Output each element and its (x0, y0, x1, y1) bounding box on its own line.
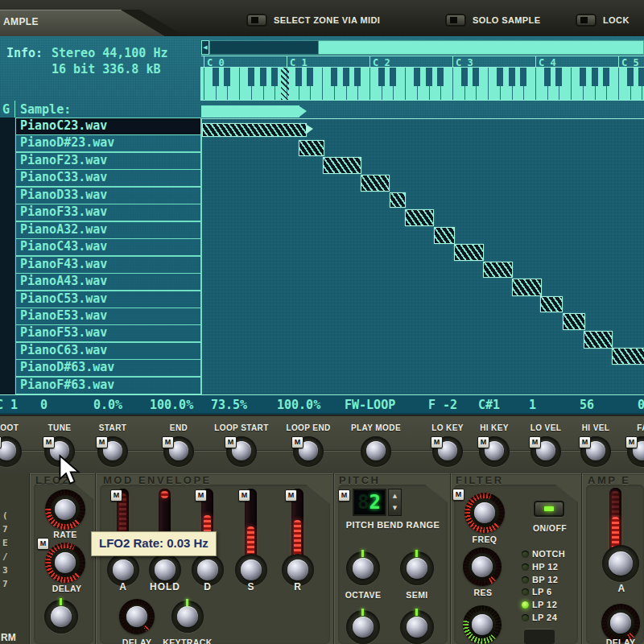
left-edge-glyph: 3 (2, 565, 8, 576)
pitch-semi-knob-cap[interactable] (407, 558, 427, 579)
midi-learn-badge[interactable]: M (162, 436, 174, 448)
midi-learn-badge[interactable]: M (43, 436, 55, 448)
top-led-button[interactable] (445, 14, 466, 27)
zone-bar[interactable] (390, 192, 406, 208)
sample-list-item[interactable]: PianoF33.wav (15, 204, 201, 221)
midi-learn-badge[interactable]: M (477, 436, 489, 448)
zone-scrollbar-thumb[interactable] (209, 40, 319, 55)
midi-learn-badge[interactable]: M (110, 489, 122, 502)
midi-learn-badge[interactable]: M (225, 436, 237, 448)
top-bar: AMPLE SELECT ZONE VIA MIDISOLO SAMPLELOC… (0, 0, 644, 38)
filter-type-led[interactable] (522, 614, 529, 621)
mod-env-knob-cap[interactable] (241, 559, 262, 580)
zone-bar[interactable] (323, 157, 361, 174)
midi-learn-badge[interactable]: M (529, 436, 541, 448)
filter-type-led[interactable] (522, 576, 529, 584)
top-led-button[interactable] (576, 14, 597, 27)
zone-bar[interactable] (584, 331, 613, 349)
midi-learn-badge[interactable]: M (338, 489, 350, 502)
zone-bar[interactable] (512, 279, 542, 296)
filter-type-label[interactable]: LP 12 (532, 600, 557, 609)
midi-learn-badge[interactable]: M (0, 436, 2, 448)
mod-env-stage-label: HOLD (141, 581, 189, 592)
midi-learn-badge[interactable]: M (431, 436, 443, 448)
lfo2-delay-label: DELAY (43, 584, 91, 593)
filter-freq-knob-cap[interactable] (474, 502, 495, 523)
sample-list-item[interactable]: PianoD#23.wav (15, 134, 201, 152)
filter-extra-button[interactable] (524, 629, 555, 644)
sample-list-item[interactable]: PianoD33.wav (15, 187, 201, 204)
midi-learn-badge[interactable]: M (37, 538, 49, 550)
sample-list-item[interactable]: PianoC53.wav (15, 291, 201, 308)
filter-type-label[interactable]: LP 6 (532, 587, 552, 597)
zone-map[interactable] (201, 118, 644, 395)
zone-bar[interactable] (540, 296, 563, 312)
lfo2-amount-knob-cap[interactable] (51, 606, 72, 627)
pitch-octave-knob-cap[interactable] (353, 558, 374, 579)
selected-zone-range-bar[interactable] (201, 105, 299, 118)
sample-list-item[interactable]: PianoF53.wav (15, 324, 201, 342)
zone-bar[interactable] (202, 123, 307, 137)
sample-list-item[interactable]: PianoC33.wav (15, 169, 201, 187)
spinner-down-icon[interactable]: ▼ (389, 502, 401, 514)
mod-env-knob-cap[interactable] (287, 559, 308, 580)
pitch-lower-knob-1-cap[interactable] (353, 617, 374, 638)
filter-onoff-button[interactable] (534, 501, 564, 517)
black-key (378, 68, 385, 86)
sample-list-item[interactable]: PianoE53.wav (15, 308, 201, 325)
midi-learn-badge[interactable]: M (452, 489, 464, 501)
mod-env-delay-knob-cap[interactable] (126, 606, 147, 627)
filter-type-label[interactable]: HP 12 (532, 562, 558, 572)
mod-env-knob-cap[interactable] (113, 559, 134, 580)
midi-learn-badge[interactable]: M (291, 436, 303, 448)
zone-bar[interactable] (299, 140, 324, 156)
lfo2-delay-knob-cap[interactable] (55, 552, 76, 573)
sample-list-item[interactable]: PianoD#63.wav (15, 359, 201, 377)
mod-env-knob-cap[interactable] (155, 559, 175, 580)
midi-learn-badge[interactable]: M (96, 436, 108, 448)
zone-knob-cap[interactable] (366, 441, 386, 460)
midi-learn-badge[interactable]: M (195, 489, 207, 502)
zone-bar[interactable] (405, 209, 434, 226)
sample-list-item[interactable]: PianoC63.wav (15, 342, 201, 360)
midi-learn-badge[interactable]: M (285, 489, 297, 502)
sample-list-item[interactable]: PianoA32.wav (15, 221, 201, 239)
lfo2-rate-knob-cap[interactable] (55, 499, 76, 520)
sample-list-item[interactable]: PianoC23.wav (15, 118, 201, 135)
filter-type-label[interactable]: LP 24 (532, 613, 557, 622)
scroll-left-arrow-icon[interactable]: ◀ (201, 40, 209, 55)
amp-attack-knob-cap[interactable] (609, 551, 633, 576)
filter-type-label[interactable]: NOTCH (532, 549, 565, 559)
mod-env-keytrack-knob-cap[interactable] (177, 606, 198, 627)
amp-delay-knob-cap[interactable] (610, 613, 631, 634)
filter-type-led[interactable] (522, 551, 529, 558)
sample-list-scrollbar[interactable] (0, 118, 15, 394)
sample-list-item[interactable]: PianoC43.wav (15, 238, 201, 256)
pitch-lower-knob-2-cap[interactable] (407, 617, 427, 638)
spinner-up-icon[interactable]: ▲ (389, 490, 401, 502)
zone-bar-arrow (307, 125, 313, 134)
panel-divider-highlight (30, 473, 31, 644)
keyboard[interactable] (201, 68, 644, 100)
zone-bar[interactable] (612, 348, 644, 365)
zone-bar[interactable] (434, 227, 455, 244)
sample-list-item[interactable]: PianoF#63.wav (15, 377, 201, 394)
filter-keytrack-knob-cap[interactable] (472, 614, 493, 635)
black-key (248, 68, 254, 86)
sample-list-item[interactable]: PianoA43.wav (15, 273, 201, 291)
sample-list-item[interactable]: PianoF23.wav (15, 152, 201, 170)
midi-learn-badge[interactable]: M (625, 436, 638, 448)
zone-bar[interactable] (454, 244, 484, 261)
top-led-button[interactable] (246, 14, 267, 27)
zone-bar[interactable] (563, 313, 585, 330)
midi-learn-badge[interactable]: M (238, 489, 250, 502)
midi-learn-badge[interactable]: M (579, 436, 591, 448)
zone-bar[interactable] (361, 175, 390, 192)
filter-res-knob-cap[interactable] (472, 556, 493, 577)
sample-list-item[interactable]: PianoF43.wav (15, 256, 201, 274)
zone-bar[interactable] (483, 262, 513, 278)
mod-env-knob-cap[interactable] (197, 559, 218, 580)
status-value: 73.5% (211, 398, 247, 412)
filter-type-led[interactable] (522, 564, 529, 571)
filter-type-label[interactable]: BP 12 (532, 575, 558, 584)
